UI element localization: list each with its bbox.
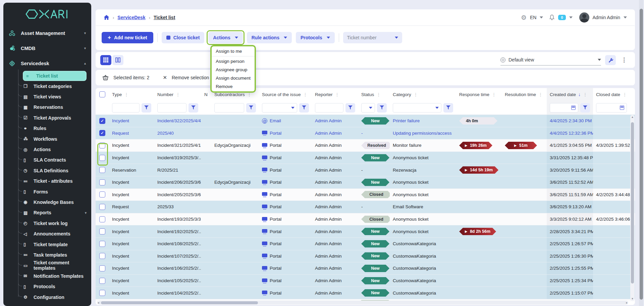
table-row[interactable]: Incydent Incident/108/2025/2/... Portal … (96, 238, 635, 250)
row-checkbox[interactable] (99, 290, 105, 296)
notification-chevron-down-icon[interactable] (569, 16, 573, 18)
close-ticket-button[interactable]: Close ticket (162, 32, 205, 43)
vertical-scroll-thumb[interactable] (631, 122, 634, 283)
cell-number[interactable]: Incident/193/2025/3/3 (154, 213, 201, 225)
sidebar-item-asset-management[interactable]: Asset Management ▾ (3, 26, 91, 41)
table-row[interactable]: Incydent Incident/104/2025/2/... Portal … (96, 287, 635, 299)
scroll-right-icon[interactable]: ▸ (626, 301, 628, 305)
breadcrumb-servicedesk[interactable]: ServiceDesk (117, 15, 145, 20)
cell-reporter[interactable]: Admin Admin (312, 225, 358, 237)
row-checkbox[interactable] (99, 253, 105, 259)
sidebar-item-notification-templates[interactable]: ✉ Notification Templates (18, 271, 91, 281)
sidebar-item-servicedesk[interactable]: Servicedesk ▴ (3, 56, 91, 71)
row-checkbox[interactable]: ✓ (99, 130, 105, 136)
cell-reporter[interactable]: Admin Admin (312, 213, 358, 225)
table-vertical-scrollbar[interactable]: ▲ ▼ (630, 115, 635, 301)
cell-reporter[interactable]: Admin Admin (312, 189, 358, 201)
view-more-menu[interactable]: ⋮ (620, 56, 628, 63)
column-menu-icon[interactable]: ⋮ (623, 92, 627, 97)
horizontal-scroll-thumb[interactable] (101, 301, 258, 304)
cell-category[interactable]: Rezerwacja (390, 164, 456, 176)
calendar-icon[interactable] (620, 105, 624, 110)
row-checkbox[interactable] (99, 167, 105, 173)
user-chevron-down-icon[interactable] (624, 16, 627, 18)
cell-number[interactable]: Incident/105/2025/2/... (154, 275, 201, 287)
row-checkbox[interactable] (99, 265, 105, 271)
cell-reporter[interactable]: Admin Admin (312, 287, 358, 299)
cell-category[interactable]: Email Software (390, 201, 456, 213)
cell-reporter[interactable]: Admin Admin (312, 127, 358, 139)
cell-reporter[interactable]: Admin Admin (312, 115, 358, 127)
cell-category[interactable]: CustomowaKategoria (390, 275, 456, 287)
table-row[interactable]: ✓ Incydent Incident/322/2025/4/4 @Email … (96, 115, 635, 127)
cell-category[interactable]: Anonymous ticket (390, 213, 456, 225)
cell-category[interactable]: CustomowaKategoria (390, 238, 456, 250)
cell-number[interactable]: Incident/322/2025/4/4 (154, 115, 201, 127)
cell-reporter[interactable]: Admin Admin (312, 201, 358, 213)
row-checkbox[interactable] (99, 216, 105, 222)
cell-category[interactable]: Anonymous ticket (390, 152, 456, 164)
row-checkbox[interactable]: ✓ (99, 118, 105, 124)
sidebar-item-configuration[interactable]: ⚙ Configuration (18, 292, 91, 302)
sort-desc-icon[interactable]: ↓ (578, 92, 581, 97)
column-menu-icon[interactable]: ⋮ (583, 92, 587, 97)
filter-funnel-button[interactable] (580, 103, 590, 113)
column-menu-icon[interactable]: ⋮ (124, 92, 128, 97)
cell-category[interactable]: Updating permissions/access (390, 127, 456, 139)
table-row[interactable]: Incydent Incident/105/2025/2/... Portal … (96, 275, 635, 287)
language-label[interactable]: EN (530, 15, 536, 20)
column-menu-icon[interactable]: ⋮ (538, 92, 543, 97)
sidebar-item-reports[interactable]: ▧ Reports ▾ (18, 208, 91, 218)
table-row[interactable]: Incydent Incident/106/2025/2/... Portal … (96, 262, 635, 275)
column-menu-icon[interactable]: ⋮ (492, 92, 496, 97)
sidebar-item-ticket-work-log[interactable]: ◴ Ticket work log (18, 218, 91, 228)
sidebar-item-ticket-template[interactable]: ▯ Ticket template (18, 239, 91, 250)
filter-funnel-button[interactable] (246, 103, 256, 113)
column-menu-icon[interactable]: ⋮ (303, 92, 308, 97)
sidebar-item-workflows[interactable]: ⁂ Workflows (18, 134, 91, 144)
cell-number[interactable]: R/2025/21 (154, 164, 201, 176)
sidebar-item-announcements[interactable]: ◁ Announcements (18, 228, 91, 239)
filter-funnel-button[interactable] (377, 103, 387, 113)
user-name[interactable]: Admin Admin (593, 15, 620, 20)
row-checkbox[interactable] (99, 228, 105, 234)
ticket-number-select[interactable]: Ticket number (343, 32, 402, 43)
add-new-ticket-button[interactable]: + Add new ticket (102, 32, 153, 43)
avatar[interactable] (579, 12, 589, 23)
scroll-down-icon[interactable]: ▼ (630, 297, 635, 300)
row-checkbox[interactable] (99, 278, 105, 284)
sidebar-item-ticket-views[interactable]: ▤ Ticket views (18, 91, 91, 102)
sidebar-item-cmdb[interactable]: CMDB ▾ (3, 41, 91, 56)
page-scrollbar[interactable] (639, 0, 643, 306)
column-menu-icon[interactable]: ⋮ (176, 92, 180, 97)
table-row[interactable]: Request 2025/33 Portal Admin Admin - Ema… (96, 201, 635, 213)
row-checkbox[interactable] (99, 155, 105, 161)
cell-category[interactable]: Anonymous ticket (390, 225, 456, 237)
menu-item-remove[interactable]: Remove (212, 82, 255, 91)
column-view-toggle[interactable] (112, 55, 123, 65)
column-menu-icon[interactable]: ⋮ (376, 92, 381, 97)
cell-category[interactable]: CustomowaKategoria (390, 250, 456, 262)
filter-select[interactable] (262, 103, 297, 113)
cell-number[interactable]: Incident/108/2025/2/... (154, 238, 201, 250)
cell-number[interactable]: 2025/40 (154, 127, 201, 139)
grid-view-toggle[interactable] (100, 55, 111, 65)
cell-number[interactable]: Incident/104/2025/2/... (154, 287, 201, 299)
cell-reporter[interactable]: Admin Admin (312, 164, 358, 176)
home-icon[interactable] (104, 15, 109, 20)
table-row[interactable]: ✓ Request 2025/40 Portal Admin Admin - U… (96, 127, 635, 140)
filter-input[interactable] (315, 103, 343, 113)
column-menu-icon[interactable]: ⋮ (335, 92, 339, 97)
rule-actions-button[interactable]: Rule actions (247, 32, 292, 43)
sidebar-item-ticket-comment-templates[interactable]: ▭ Ticket comment templates (18, 260, 91, 271)
sidebar-item-sla-contracts[interactable]: ▯ SLA Contracts (18, 155, 91, 165)
table-row[interactable]: Incydent Incident/321/2025/4/1 EdycjaOrg… (96, 139, 635, 152)
filter-funnel-button[interactable] (142, 103, 151, 113)
scroll-left-icon[interactable]: ◂ (98, 301, 99, 305)
view-settings-button[interactable] (605, 55, 616, 65)
cell-category[interactable]: Anonymous ticket (390, 176, 456, 188)
filter-funnel-button[interactable] (189, 103, 198, 113)
remove-selection-button[interactable]: Remove selection (172, 75, 209, 80)
table-row[interactable]: Incydent Incident/107/2025/2/... Portal … (96, 250, 635, 263)
filter-funnel-button[interactable] (299, 103, 309, 113)
